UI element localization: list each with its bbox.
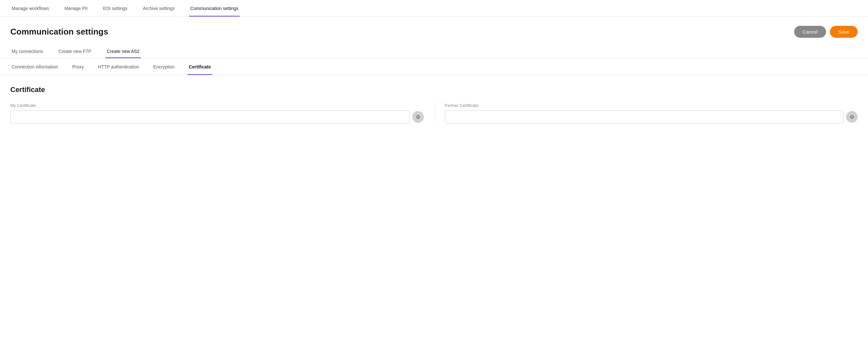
top-nav-item-edi-settings[interactable]: EDI settings <box>102 0 129 17</box>
section-nav: Connection information Proxy HTTP authen… <box>0 58 868 75</box>
save-button[interactable]: Save <box>830 26 858 38</box>
page-header: Communication settings Cancel Save <box>0 17 868 44</box>
page-title: Communication settings <box>10 27 108 37</box>
top-nav-item-manage-pii[interactable]: Manage PII <box>63 0 89 17</box>
top-nav: Manage workflows Manage PII EDI settings… <box>0 0 868 17</box>
content-area: Certificate My Certificate ⚙ Partner Cer… <box>0 75 868 134</box>
partner-certificate-gear-button[interactable]: ⚙ <box>846 111 858 123</box>
sub-nav: My connections Create new FTP Create new… <box>0 44 868 58</box>
certificate-section-title: Certificate <box>10 86 858 94</box>
my-certificate-gear-icon: ⚙ <box>416 114 420 120</box>
my-certificate-label: My Certificate <box>10 103 424 108</box>
partner-certificate-gear-icon: ⚙ <box>849 114 854 120</box>
certificate-grid: My Certificate ⚙ Partner Certificate ⚙ <box>10 103 858 123</box>
partner-certificate-panel: Partner Certificate ⚙ <box>434 103 858 123</box>
sub-nav-item-create-new-ftp[interactable]: Create new FTP <box>57 44 93 58</box>
top-nav-item-communication-settings[interactable]: Communication settings <box>189 0 240 17</box>
section-nav-item-proxy[interactable]: Proxy <box>71 58 85 75</box>
my-certificate-panel: My Certificate ⚙ <box>10 103 434 123</box>
top-nav-item-archive-settings[interactable]: Archive settings <box>142 0 176 17</box>
top-nav-item-manage-workflows[interactable]: Manage workflows <box>10 0 50 17</box>
section-nav-item-encryption[interactable]: Encryption <box>152 58 176 75</box>
section-nav-item-connection-information[interactable]: Connection information <box>10 58 59 75</box>
partner-certificate-field-row: ⚙ <box>445 110 858 123</box>
sub-nav-item-my-connections[interactable]: My connections <box>10 44 44 58</box>
my-certificate-field-row: ⚙ <box>10 110 424 123</box>
sub-nav-item-create-new-as2[interactable]: Create new AS2 <box>105 44 141 58</box>
partner-certificate-input[interactable] <box>445 110 844 123</box>
partner-certificate-label: Partner Certificate <box>445 103 858 108</box>
my-certificate-input[interactable] <box>10 110 410 123</box>
cancel-button[interactable]: Cancel <box>794 26 826 38</box>
header-actions: Cancel Save <box>794 26 858 38</box>
my-certificate-gear-button[interactable]: ⚙ <box>412 111 424 123</box>
section-nav-item-certificate[interactable]: Certificate <box>187 58 212 75</box>
section-nav-item-http-authentication[interactable]: HTTP authentication <box>97 58 140 75</box>
